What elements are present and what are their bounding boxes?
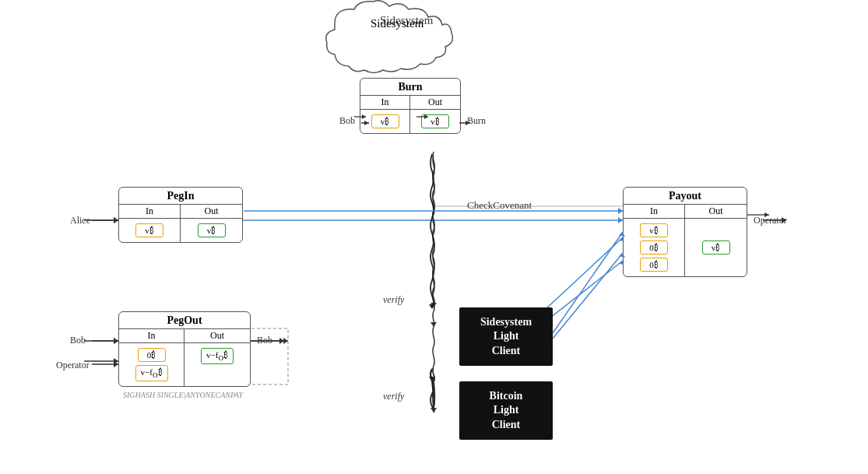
- pegout-in-header: In: [119, 329, 184, 342]
- svg-marker-41: [429, 304, 435, 309]
- bitcoin-lc-line1: Bitcoin: [490, 389, 523, 403]
- sidesystem-lc-line1: Sidesystem: [480, 315, 532, 329]
- svg-line-45: [553, 253, 623, 339]
- pegout-out-cell1: v−fO₿: [201, 348, 234, 364]
- sighash-label: SIGHASH SINGLE|ANYONECANPAY: [123, 391, 243, 399]
- pegout-bob-in-label: Bob: [70, 335, 86, 346]
- pegout-in-cell1: 0₿: [138, 348, 166, 362]
- payout-in-header: In: [624, 205, 685, 218]
- burn-out-header: Out: [410, 96, 460, 109]
- pegout-in-cell2: v−fO₿: [135, 365, 168, 381]
- pegin-out-header: Out: [181, 205, 242, 218]
- bitcoin-lc-line2: Light: [490, 403, 523, 417]
- bitcoin-lc-box: Bitcoin Light Client: [459, 381, 553, 440]
- payout-out-cell: v₿: [702, 241, 730, 255]
- svg-marker-42: [429, 377, 435, 381]
- sidesystem-lc-line2: Light: [480, 329, 532, 343]
- diagram: Sidesystem Burn In Out v₿ v₿ Bob Burn Pe…: [0, 0, 868, 474]
- payout-in-cell1: v₿: [640, 223, 668, 237]
- pegout-tx-title: PegOut: [119, 312, 250, 328]
- burn-tx-title: Burn: [360, 79, 460, 95]
- pegin-in-cell: v₿: [135, 223, 163, 237]
- cloud-shape: [326, 1, 453, 73]
- payout-in-cell3: 0₿: [640, 258, 668, 272]
- alice-label: Alice: [70, 215, 90, 226]
- payout-in-cell2: 0₿: [640, 241, 668, 255]
- svg-marker-8: [430, 322, 437, 327]
- pegin-tx-title: PegIn: [119, 188, 242, 204]
- payout-out-header: Out: [685, 205, 747, 218]
- burn-out-cell: v₿: [421, 114, 449, 128]
- verify-label2: verify: [383, 391, 404, 402]
- payout-tx: Payout In Out v₿ 0₿ 0₿ v₿: [623, 187, 747, 277]
- svg-marker-37: [279, 338, 284, 344]
- svg-marker-9: [430, 408, 437, 413]
- pegout-out-header: Out: [184, 329, 250, 342]
- pegout-operator-label: Operator: [56, 360, 90, 371]
- verify-label1: verify: [383, 294, 404, 306]
- burn-in-cell: v₿: [371, 114, 399, 128]
- svg-marker-40: [430, 303, 437, 307]
- pegout-tx: PegOut In Out 0₿ v−fO₿ v−fO₿: [118, 311, 251, 387]
- svg-line-43: [553, 232, 623, 333]
- payout-tx-title: Payout: [624, 188, 747, 204]
- burn-label: Burn: [467, 115, 486, 127]
- burn-in-header: In: [360, 96, 410, 109]
- pegout-bob-out-label: Bob: [257, 335, 272, 346]
- sidesystem-lc-box: Sidesystem Light Client: [459, 307, 553, 366]
- bitcoin-lc-line3: Client: [490, 418, 523, 432]
- operator-out-label: Operator: [754, 215, 787, 226]
- sidesystem-cloud-label: Sidesystem: [371, 17, 423, 30]
- burn-tx: Burn In Out v₿ v₿: [360, 78, 461, 134]
- pegin-out-cell: v₿: [198, 223, 226, 237]
- checkcovenant-label: CheckCovenant: [467, 199, 532, 212]
- burn-bob-label: Bob: [339, 115, 355, 127]
- pegin-tx: PegIn In Out v₿ v₿: [118, 187, 243, 243]
- svg-marker-13: [283, 338, 288, 344]
- pegin-in-header: In: [119, 205, 181, 218]
- sidesystem-lc-line3: Client: [480, 344, 532, 358]
